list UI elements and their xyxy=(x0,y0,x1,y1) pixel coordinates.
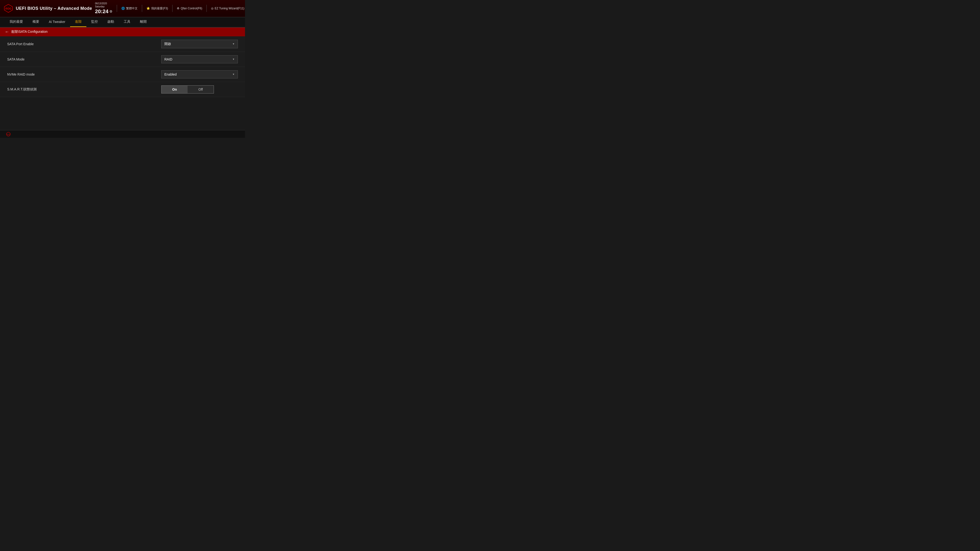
nvme-raid-mode-row: NVMe RAID mode Enabled ▼ xyxy=(0,67,245,82)
nvme-raid-mode-control: Enabled ▼ xyxy=(161,70,238,78)
nav-item-monitor[interactable]: 監控 xyxy=(86,17,103,27)
time-display: 20:24 ⚙ xyxy=(95,8,113,15)
ez-tuning-button[interactable]: ◎ EZ Tuning Wizard(F11) xyxy=(211,7,244,10)
smart-status-row: S.M.A.R.T.狀態偵測 On Off xyxy=(0,82,245,97)
dropdown-arrow-icon: ▼ xyxy=(232,58,235,60)
back-button[interactable]: ← xyxy=(5,29,9,35)
favorites-icon: ⭐ xyxy=(146,7,150,10)
nav-item-boot[interactable]: 啟動 xyxy=(103,17,119,27)
smart-on-button[interactable]: On xyxy=(162,86,188,93)
datetime-display: 06/13/2020 Saturday 20:24 ⚙ xyxy=(95,2,113,15)
rog-logo: ROG xyxy=(4,4,13,13)
sata-mode-label: SATA Mode xyxy=(7,57,161,61)
page-title: UEFI BIOS Utility – Advanced Mode xyxy=(16,6,92,11)
sata-mode-value: RAID xyxy=(164,57,172,61)
ez-icon: ◎ xyxy=(211,7,213,10)
favorites-button[interactable]: ⭐ 我的最愛(F3) xyxy=(146,6,168,11)
sata-mode-dropdown[interactable]: RAID ▼ xyxy=(161,55,238,64)
nav-item-ai-tweaker[interactable]: Ai Tweaker xyxy=(44,17,70,27)
date-display: 06/13/2020 Saturday xyxy=(95,2,107,8)
sata-port-enable-label: SATA Port Enable xyxy=(7,42,161,46)
header-toolbar: 06/13/2020 Saturday 20:24 ⚙ 🌐 繁體中文 ⭐ 我的最… xyxy=(95,2,245,15)
nav-item-favorites[interactable]: 我的最愛 xyxy=(5,17,28,27)
nvme-raid-mode-dropdown[interactable]: Enabled ▼ xyxy=(161,70,238,78)
gear-icon[interactable]: ⚙ xyxy=(109,10,113,14)
sata-port-enable-row: SATA Port Enable 開啟 ▼ xyxy=(0,37,245,52)
breadcrumb-path: 進階\SATA Configuration xyxy=(11,30,48,34)
dropdown-arrow-icon: ▼ xyxy=(232,43,235,45)
nvme-raid-mode-value: Enabled xyxy=(164,73,177,76)
svg-text:ROG: ROG xyxy=(6,134,10,135)
sata-port-enable-value: 開啟 xyxy=(164,42,171,46)
smart-toggle-group: On Off xyxy=(161,86,214,94)
qfan-icon: ♻ xyxy=(177,7,180,10)
bottom-logo: ROG xyxy=(5,132,12,137)
divider xyxy=(142,5,142,12)
nav-item-advanced[interactable]: 進階 xyxy=(70,17,86,27)
dropdown-arrow-icon: ▼ xyxy=(232,73,235,76)
nav-bar: 我的最愛 概要 Ai Tweaker 進階 監控 啟動 工具 離開 xyxy=(0,17,245,27)
breadcrumb: ← 進階\SATA Configuration xyxy=(0,27,245,37)
smart-off-button[interactable]: Off xyxy=(188,86,214,93)
language-button[interactable]: 🌐 繁體中文 xyxy=(121,6,138,11)
nav-item-tools[interactable]: 工具 xyxy=(119,17,135,27)
bottom-bar: ROG xyxy=(0,130,245,138)
sata-port-enable-control: 開啟 ▼ xyxy=(161,40,238,48)
sata-port-enable-dropdown[interactable]: 開啟 ▼ xyxy=(161,40,238,48)
settings-panel: SATA Port Enable 開啟 ▼ SATA Mode RAID ▼ N… xyxy=(0,37,245,97)
sata-mode-control: RAID ▼ xyxy=(161,55,238,64)
nav-item-overview[interactable]: 概要 xyxy=(28,17,44,27)
globe-icon: 🌐 xyxy=(121,7,125,10)
header-bar: ROG UEFI BIOS Utility – Advanced Mode 06… xyxy=(0,0,245,17)
nav-item-exit[interactable]: 離開 xyxy=(135,17,151,27)
smart-status-label: S.M.A.R.T.狀態偵測 xyxy=(7,87,161,92)
nvme-raid-mode-label: NVMe RAID mode xyxy=(7,73,161,76)
smart-status-control: On Off xyxy=(161,86,238,94)
divider xyxy=(117,5,117,12)
sata-mode-row: SATA Mode RAID ▼ xyxy=(0,52,245,67)
qfan-button[interactable]: ♻ Qfan Control(F6) xyxy=(177,7,202,10)
svg-text:ROG: ROG xyxy=(5,7,11,10)
